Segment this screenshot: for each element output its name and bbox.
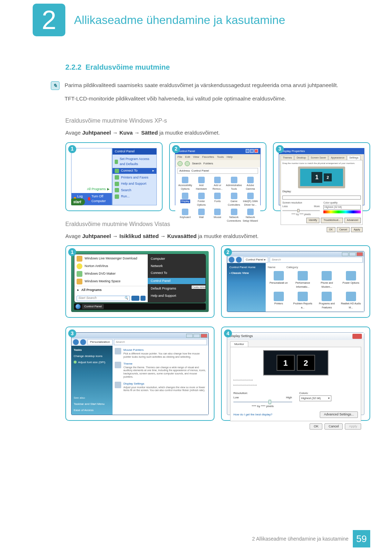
color-bar [323,210,361,213]
task-link: Adjust font size (DPI) [78,360,105,365]
start-menu-item: Windows Meeting Space [85,279,121,284]
menu-item-icon [115,182,119,186]
power-button-icon [131,296,139,301]
vista-instr-post: ja muutke eraldusvõimet. [198,233,259,239]
menu-item: View [193,155,199,159]
cp-item-label: Add or Remov... [210,184,225,191]
start-right-item-selected: Control Panel [148,278,205,284]
start-right-item: Help and Support [151,294,203,299]
start-menu-item: Windows Live Messenger Download [85,256,137,261]
back-icon [177,161,183,166]
section-desc: Pick a different mouse pointer. You can … [123,352,206,359]
vista-figure-4: 4 Display Settings Monitor 1 2 *********… [221,327,370,421]
xp-figure-2: 2 Control Panel File Edit View Favorites… [169,142,266,211]
xp-path-2: Kuva [119,130,133,136]
vista-figure-2: 2 Control Panel▸ Search Control Panel Ho… [221,245,370,318]
close-icon [356,252,363,256]
column-header: Category [286,265,298,270]
low-label: Low [233,395,239,400]
shield-icon [74,361,77,364]
chapter-number-badge: 2 [33,4,65,36]
menu-item: Help [226,155,232,159]
cp-item-icon [322,271,332,280]
less-label: Less [282,205,288,209]
display-dropdown [282,196,361,200]
cp-item-icon [247,193,254,199]
breadcrumb: Control Panel [246,258,263,262]
apply-button: Apply [351,227,363,233]
chevron-right-icon: ▶ [107,187,110,192]
section-heading: 2.2.2 Eraldusvõime muutmine [65,62,370,73]
cp-item-label: Folder Options [194,200,209,207]
close-icon [254,149,258,153]
vista-figure-3: 3 Personalization Search Tasks Change de… [65,327,215,421]
turnoff-icon [88,197,90,201]
cp-item-icon [182,177,188,183]
cp-item-icon [214,177,221,183]
cp-item-icon [231,193,237,199]
xp-menu-item: Printers and Faxes [121,175,148,180]
info-callout: ✎ Parima pildikvaliteedi saamiseks saate… [51,81,370,108]
identify-button: Identify [306,218,320,223]
search-label: Search [192,161,201,166]
address-value: Control Panel [191,169,209,173]
section-link: Theme [123,362,206,366]
close-icon [201,334,207,338]
cp-item-label: Network Connections [226,216,242,223]
advanced-button: Advanced [344,218,361,223]
menu-item: File [177,155,182,159]
info-icon: ✎ [51,81,60,90]
cp-item-label: Add Hardware [194,184,209,191]
xp-path-1: Juhtpaneel [82,130,111,136]
apply-button: Apply [345,423,361,430]
xp-instr-post: ja muutke eraldusvõimet. [159,130,220,136]
minimize-icon [186,334,193,338]
cp-item-label: Network Setup Wizard [242,216,258,223]
cp-item-label: Phone and Modem... [316,281,338,289]
resolution-label: Resolution: [233,391,292,395]
forward-icon [80,339,86,345]
cp-item-icon [198,193,205,199]
search-input: Search [114,339,207,345]
chapter-title: Allikaseadme ühendamine ja kasutamine [74,11,285,29]
monitor-preview: 1 2 [298,167,345,188]
cp-item-label: Problem Reports a... [292,302,314,309]
monitor-2: 2 [324,173,332,181]
info-paragraph-2: TFT-LCD-monitoride pildikvaliteet võib h… [65,95,338,103]
cp-item-icon [274,292,284,301]
monitor-1: 1 [311,172,322,183]
cp-item-label: Personalizati on [268,281,290,285]
chevron-down-icon: ▾ [328,396,330,401]
window-title: Display Properties [281,149,305,153]
cp-item-icon [274,271,284,280]
colors-dropdown: Highest (32 bit)▾ [299,395,331,401]
tab: Desktop [294,155,308,160]
masked-text: ********** [233,378,358,383]
help-link: How do I get the best display? [233,413,272,417]
program-icon [77,271,82,277]
xp-menu-item: Help and Support [121,181,146,186]
cp-item-label: Game Controllers [226,200,242,207]
program-icon [77,256,82,262]
xp-turnoff: Turn Off Computer [91,194,110,204]
advanced-button: Advanced Settings... [320,411,358,418]
vista-path-1: Juhtpaneel [82,233,111,239]
taskbar-item: Control Panel [82,304,104,309]
all-programs: All Programs [81,288,102,293]
cp-item-label: Programs and Features [316,302,338,309]
arrow-icon: → [160,233,166,239]
xp-all-programs: All Programs [87,187,106,192]
seealso-header: See also [74,396,110,400]
window-title: Control Panel [177,149,195,153]
mouse-icon [115,348,121,354]
masked-text: ************ [233,383,358,389]
search-placeholder: Start Search [78,296,97,301]
task-link: Change desktop icons [74,354,110,358]
xp-figure-3: 3 Display Properties Themes Desktop Scre… [273,142,370,211]
side-link: • Classic View [229,271,264,275]
start-orb-icon [75,304,81,309]
cp-item-icon [322,292,332,301]
figure-number-badge: 2 [172,145,180,153]
vista-path-2: Isiklikud sätted [119,233,159,239]
more-label: More [314,205,320,209]
